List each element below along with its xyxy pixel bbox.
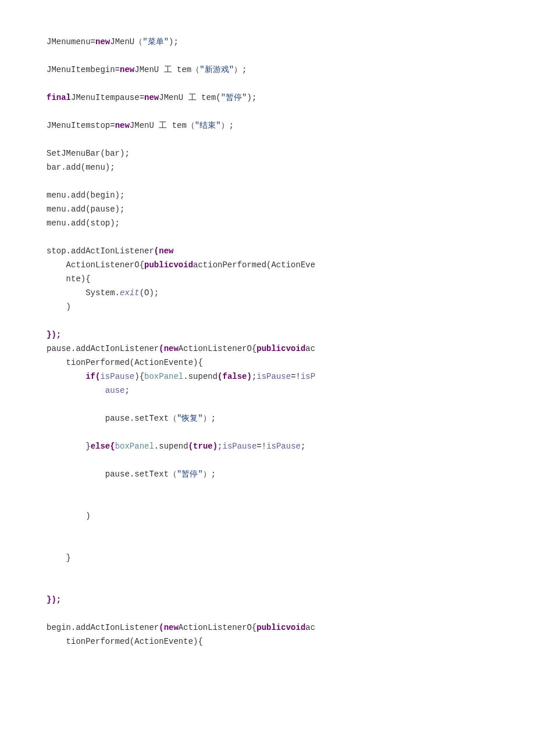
code-line: JMenuItemstop=newJMenU 工 tem（"结束"）; [47, 121, 234, 130]
code-line: menu.add(pause); [47, 205, 124, 214]
code-line: tionPerformed(ActionEvente){ [47, 637, 203, 646]
code-line: }else{boxPanel.supend(true);isPause=!isP… [47, 442, 305, 451]
code-line: finalJMenuItempause=newJMenU 工 tem("暂停")… [47, 93, 256, 102]
code-line: } [47, 553, 71, 562]
code-line: ) [47, 511, 91, 521]
code-line: menu.add(stop); [47, 218, 120, 228]
code-line: nte){ [47, 274, 91, 284]
code-line: }); [47, 330, 61, 339]
code-line: System.exit(O); [47, 288, 159, 298]
code-line: menu.add(begin); [47, 191, 124, 200]
code-line: ActionListenerO{publicvoidactionPerforme… [47, 260, 315, 270]
code-content: JMenumenu=newJMenU（"菜单"); JMenuItembegin… [47, 35, 488, 648]
code-line: pause.setText（"恢复"）; [47, 414, 216, 423]
code-line: pause.setText（"暂停"）; [47, 470, 216, 479]
code-line: if(isPause){boxPanel.supend(false);isPau… [47, 372, 315, 381]
code-line: }); [47, 595, 61, 604]
code-line: pause.addActIonListener(newActionListene… [47, 344, 315, 353]
code-line: ause; [47, 386, 130, 395]
code-line: SetJMenuBar(bar); [47, 149, 130, 158]
code-line: tionPerformed(ActionEvente){ [47, 358, 203, 367]
code-line: stop.addActIonListener(new [47, 246, 173, 256]
code-line: bar.add(menu); [47, 163, 115, 172]
code-line: JMenuItembegin=newJMenU 工 tem（"新游戏"）; [47, 65, 247, 74]
code-line: JMenumenu=newJMenU（"菜单"); [47, 37, 179, 46]
code-line: ) [47, 302, 71, 311]
code-line: begin.addActIonListener(newActionListene… [47, 623, 315, 632]
